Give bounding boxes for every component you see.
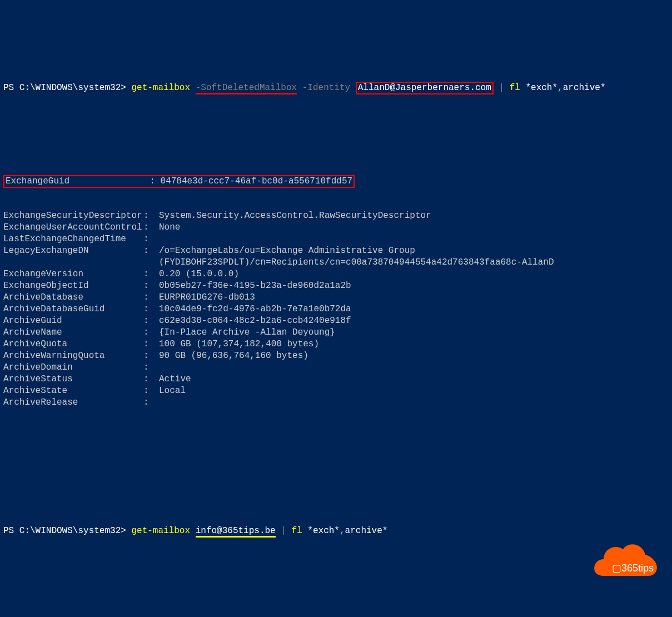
kv-key: LegacyExchangeDN xyxy=(3,245,143,257)
kv-colon: : xyxy=(143,303,159,315)
kv-colon: : xyxy=(143,268,159,280)
kv-val: /o=ExchangeLabs/ou=Exchange Administrati… xyxy=(159,245,415,257)
terminal-screen[interactable]: PS C:\WINDOWS\system32> get-mailbox -Sof… xyxy=(3,47,669,617)
kv-key: ExchangeUserAccountControl xyxy=(3,222,143,233)
kv-colon: : xyxy=(143,222,159,233)
kv-key: LastExchangeChangedTime xyxy=(3,233,143,245)
kv-row: (FYDIBOHF23SPDLT)/cn=Recipients/cn=c00a7… xyxy=(3,257,669,268)
kv-row: ArchiveGuid:c62e3d30-c064-48c2-b2a6-ccb4… xyxy=(3,315,669,327)
cmd2-email: info@365tips.be xyxy=(196,526,276,538)
b1-guid-key: ExchangeGuid xyxy=(6,176,69,186)
kv-key: ArchiveGuid xyxy=(3,315,143,327)
kv-row: ArchiveState:Local xyxy=(3,385,669,397)
cmd1-flargs1: *exch* xyxy=(525,83,557,93)
kv-key: ArchiveStatus xyxy=(3,374,143,385)
kv-colon: : xyxy=(143,339,159,350)
kv-key: ExchangeObjectId xyxy=(3,280,143,292)
kv-key: ArchiveState xyxy=(3,385,143,397)
kv-colon: : xyxy=(143,245,159,257)
cmd1-email: AllanD@Jasperbernaers.com xyxy=(356,82,494,94)
kv-colon: : xyxy=(143,362,159,374)
cmd2-comma: , xyxy=(340,526,345,536)
kv-key xyxy=(3,257,143,268)
kv-colon: : xyxy=(143,327,159,339)
cmd1-flargs2: archive* xyxy=(563,83,606,93)
kv-val: {In-Place Archive -Allan Deyoung} xyxy=(159,327,335,339)
kv-key: ArchiveName xyxy=(3,327,143,339)
kv-colon: : xyxy=(143,210,159,222)
b1-guid-row: ExchangeGuid : 04784e3d-ccc7-46af-bc0d-a… xyxy=(3,175,669,187)
kv-row: ExchangeUserAccountControl:None xyxy=(3,222,669,233)
kv-val: 0.20 (15.0.0.0) xyxy=(159,268,239,280)
kv-val: (FYDIBOHF23SPDLT)/cn=Recipients/cn=c00a7… xyxy=(159,257,554,268)
kv-row: LegacyExchangeDN:/o=ExchangeLabs/ou=Exch… xyxy=(3,245,669,257)
kv-colon: : xyxy=(143,385,159,397)
colon: : xyxy=(150,176,155,186)
kv-val: 0b05eb27-f36e-4195-b23a-de960d2a1a2b xyxy=(159,280,351,292)
cmd2-flargs2: archive* xyxy=(345,526,388,536)
kv-colon: : xyxy=(143,397,159,409)
kv-val: 10c04de9-fc2d-4976-ab2b-7e7a1e0b72da xyxy=(159,303,351,315)
kv-row: LastExchangeChangedTime: xyxy=(3,233,669,245)
kv-colon: : xyxy=(143,280,159,292)
kv-val: System.Security.AccessControl.RawSecurit… xyxy=(159,210,431,222)
kv-val: Local xyxy=(159,385,186,397)
kv-row: ArchiveName:{In-Place Archive -Allan Dey… xyxy=(3,327,669,339)
kv-val: 100 GB (107,374,182,400 bytes) xyxy=(159,339,319,350)
kv-val: 90 GB (96,636,764,160 bytes) xyxy=(159,350,308,362)
kv-colon: : xyxy=(143,315,159,327)
cmd2-fl: fl xyxy=(292,526,302,536)
cmd1-comma: , xyxy=(557,83,563,93)
kv-key: ExchangeSecurityDescriptor xyxy=(3,210,143,222)
kv-row: ArchiveStatus:Active xyxy=(3,374,669,385)
kv-val: EURPR01DG276-db013 xyxy=(159,292,255,303)
kv-row: ArchiveDatabase:EURPR01DG276-db013 xyxy=(3,292,669,303)
kv-key: ArchiveDatabaseGuid xyxy=(3,303,143,315)
kv-key: ArchiveDomain xyxy=(3,362,143,374)
prompt: PS C:\WINDOWS\system32> xyxy=(3,83,126,93)
kv-key: ArchiveQuota xyxy=(3,339,143,350)
kv-colon: : xyxy=(143,292,159,303)
kv-row: ArchiveDomain: xyxy=(3,362,669,374)
kv-row: ExchangeSecurityDescriptor:System.Securi… xyxy=(3,210,669,222)
kv-colon: : xyxy=(143,350,159,362)
kv-row: ArchiveDatabaseGuid:10c04de9-fc2d-4976-a… xyxy=(3,303,669,315)
cmd1-line: PS C:\WINDOWS\system32> get-mailbox -Sof… xyxy=(3,82,669,93)
kv-colon xyxy=(143,257,159,268)
b1-guid-val: 04784e3d-ccc7-46af-bc0d-a556710fdd57 xyxy=(160,176,352,186)
cmd1-param2: -Identity xyxy=(302,83,350,93)
cmd1-fl: fl xyxy=(510,83,520,93)
kv-key: ArchiveDatabase xyxy=(3,292,143,303)
pipe1: | xyxy=(499,83,504,93)
kv-key: ArchiveRelease xyxy=(3,397,143,409)
prompt: PS C:\WINDOWS\system32> xyxy=(3,526,126,536)
cmd2-cmd: get-mailbox xyxy=(131,526,190,536)
cmd1-param1: -SoftDeletedMailbox xyxy=(196,83,297,94)
kv-row: ArchiveQuota:100 GB (107,374,182,400 byt… xyxy=(3,339,669,350)
kv-val: None xyxy=(159,222,180,233)
kv-key: ArchiveWarningQuota xyxy=(3,350,143,362)
kv-key: ExchangeVersion xyxy=(3,268,143,280)
kv-row: ArchiveWarningQuota:90 GB (96,636,764,16… xyxy=(3,350,669,362)
cmd1-cmd: get-mailbox xyxy=(131,83,190,93)
pipe2: | xyxy=(281,526,286,536)
kv-colon: : xyxy=(143,233,159,245)
kv-row: ExchangeObjectId:0b05eb27-f36e-4195-b23a… xyxy=(3,280,669,292)
cmd2-flargs1: *exch* xyxy=(307,526,340,536)
kv-val: Active xyxy=(159,374,191,385)
kv-val: c62e3d30-c064-48c2-b2a6-ccb4240e918f xyxy=(159,315,351,327)
kv-row: ExchangeVersion:0.20 (15.0.0.0) xyxy=(3,268,669,280)
cmd2-line: PS C:\WINDOWS\system32> get-mailbox info… xyxy=(3,525,669,537)
kv-row: ArchiveRelease: xyxy=(3,397,669,409)
kv-colon: : xyxy=(143,374,159,385)
b1-fields: ExchangeSecurityDescriptor:System.Securi… xyxy=(3,210,669,409)
